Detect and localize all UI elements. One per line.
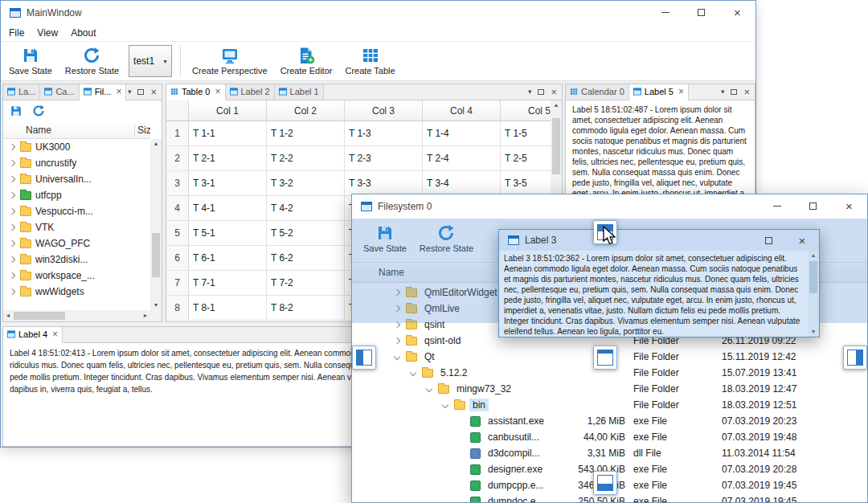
file-row-mingw73-32[interactable]: mingw73_32File Folder18.03.2019 12:47 (352, 381, 867, 397)
close-dock-icon[interactable]: × (743, 87, 750, 97)
tree-item-universalin[interactable]: UniversalIn... (3, 171, 150, 187)
tree-item-vtk[interactable]: VTK (3, 219, 150, 235)
expand-chevron-icon[interactable] (394, 337, 400, 344)
scrollbar-thumb[interactable] (152, 233, 160, 277)
expand-chevron-icon[interactable] (410, 370, 416, 376)
scroll-up-icon[interactable]: ▲ (551, 100, 562, 110)
row-number[interactable]: 2 (166, 146, 189, 171)
expand-chevron-icon[interactable] (9, 240, 15, 247)
minimize-button[interactable] (759, 194, 795, 218)
scrollbar-thumb[interactable] (14, 312, 65, 320)
scrollbar-thumb[interactable] (552, 118, 560, 174)
table-cell[interactable]: T 7-1 (189, 271, 267, 296)
tab-close-icon[interactable]: × (215, 86, 220, 97)
table-cell[interactable]: T 5-2 (267, 221, 345, 246)
row-number[interactable]: 7 (166, 271, 189, 296)
scroll-up-icon[interactable]: ▲ (808, 251, 819, 260)
expand-chevron-icon[interactable] (442, 402, 448, 408)
tree-item-wago-pfc[interactable]: WAGO_PFC (3, 235, 150, 251)
vertical-scrollbar[interactable]: ▲ ▼ (150, 139, 162, 310)
float-window-icon[interactable] (538, 89, 544, 95)
save-state-button[interactable]: Save State (2, 43, 59, 80)
expand-chevron-icon[interactable] (394, 354, 400, 360)
tree-item-wwwidgets[interactable]: wwWidgets (3, 284, 150, 300)
tab-close-icon[interactable]: × (52, 329, 58, 340)
column-header-col-3[interactable]: Col 3 (345, 100, 423, 121)
table-cell[interactable]: T 2-2 (267, 146, 345, 171)
row-number[interactable]: 5 (166, 221, 189, 246)
maximize-button[interactable] (795, 194, 831, 218)
main-titlebar[interactable]: MainWindow × (1, 1, 755, 24)
expand-chevron-icon[interactable] (9, 272, 15, 279)
close-button[interactable]: × (719, 1, 755, 24)
left-tab-ca[interactable]: Ca... (40, 84, 79, 100)
scroll-down-icon[interactable]: ▼ (808, 327, 819, 337)
table-cell[interactable]: T 1-3 (345, 121, 423, 146)
column-header-col-4[interactable]: Col 4 (423, 100, 501, 121)
table-cell[interactable]: T 2-4 (423, 146, 501, 171)
dock-drop-right-indicator[interactable] (843, 346, 867, 370)
create-editor-button[interactable]: Create Editor (274, 43, 339, 80)
table-cell[interactable]: T 3-3 (345, 171, 423, 196)
minimize-button[interactable] (647, 1, 683, 24)
center-tab-table-0[interactable]: Table 0× (166, 84, 226, 100)
table-cell[interactable]: T 3-1 (189, 171, 267, 196)
tree-item-workspace[interactable]: workspace_... (3, 268, 150, 284)
float-window-icon[interactable] (731, 89, 737, 95)
table-cell[interactable]: T 6-1 (189, 246, 267, 271)
center-tab-label-1[interactable]: Label 1 (275, 84, 324, 100)
tree-item-utfcpp[interactable]: utfcpp (3, 187, 150, 203)
column-header-size[interactable]: Size (134, 125, 150, 136)
bottom-tab-label-4[interactable]: Label 4× (3, 326, 63, 343)
right-tab-calendar-0[interactable]: Calendar 0 (566, 84, 629, 100)
row-number[interactable]: 6 (166, 246, 189, 271)
row-number[interactable]: 8 (166, 296, 189, 321)
close-button[interactable]: × (785, 230, 819, 251)
expand-chevron-icon[interactable] (9, 192, 15, 198)
tree-item-vespucci-m[interactable]: Vespucci-m... (3, 203, 150, 219)
row-number[interactable]: 3 (166, 171, 189, 196)
perspective-combobox[interactable]: test1 ▾ (129, 45, 172, 77)
column-header-col-5[interactable]: Col 5 (501, 100, 551, 121)
table-cell[interactable]: T 1-4 (423, 121, 501, 146)
dock-drop-left-indicator[interactable] (352, 346, 376, 370)
table-cell[interactable]: T 1-2 (267, 121, 345, 146)
filesystem-titlebar[interactable]: Filesystem 0 × (352, 194, 867, 218)
label3-titlebar[interactable]: Label 3 × (499, 230, 819, 251)
scroll-up-icon[interactable]: ▲ (150, 139, 162, 149)
column-header-col-1[interactable]: Col 1 (189, 100, 267, 121)
table-cell[interactable]: T 2-3 (345, 146, 423, 171)
table-cell[interactable]: T 8-1 (189, 296, 267, 321)
restore-state-button[interactable]: Restore State (59, 43, 125, 80)
save-state-icon[interactable] (10, 104, 23, 117)
scrollbar-thumb[interactable] (809, 261, 817, 293)
table-cell[interactable]: T 4-1 (189, 196, 267, 221)
tab-close-icon[interactable]: × (678, 86, 684, 97)
restore-state-icon[interactable] (32, 104, 45, 117)
dock-drop-center-indicator[interactable] (593, 346, 617, 370)
file-row-d3dcompil[interactable]: d3dcompil...3,31 MiBdll File11.03.2014 1… (352, 445, 867, 461)
table-cell[interactable]: T 3-5 (501, 171, 551, 196)
dock-drop-bottom-indicator[interactable] (593, 471, 617, 495)
table-cell[interactable]: T 7-2 (267, 271, 345, 296)
close-dock-icon[interactable]: × (551, 87, 557, 97)
expand-chevron-icon[interactable] (426, 386, 432, 392)
maximize-button[interactable] (683, 1, 719, 24)
horizontal-scrollbar[interactable]: ◄ ► (3, 310, 150, 321)
expand-chevron-icon[interactable] (9, 288, 15, 295)
center-tab-label-2[interactable]: Label 2 (226, 84, 275, 100)
left-tab-la[interactable]: La... (3, 84, 40, 100)
table-cell[interactable]: T 1-5 (501, 121, 551, 146)
table-cell[interactable]: T 1-1 (189, 121, 267, 146)
menu-about[interactable]: About (64, 26, 102, 40)
tree-item-uncrustify[interactable]: uncrustify (3, 155, 150, 171)
scroll-right-icon[interactable]: ► (141, 310, 150, 321)
row-number[interactable]: 1 (166, 121, 189, 146)
left-tab-fil[interactable]: Fil...× (80, 84, 127, 100)
file-row-canbusutil[interactable]: canbusutil...44,00 KiBexe File07.03.2019… (352, 429, 867, 445)
tabs-menu-chevron-icon[interactable]: ▾ (128, 88, 132, 96)
tab-close-icon[interactable]: × (116, 86, 121, 97)
expand-chevron-icon[interactable] (9, 224, 15, 231)
maximize-button[interactable] (751, 230, 785, 251)
row-number[interactable]: 4 (166, 196, 189, 221)
